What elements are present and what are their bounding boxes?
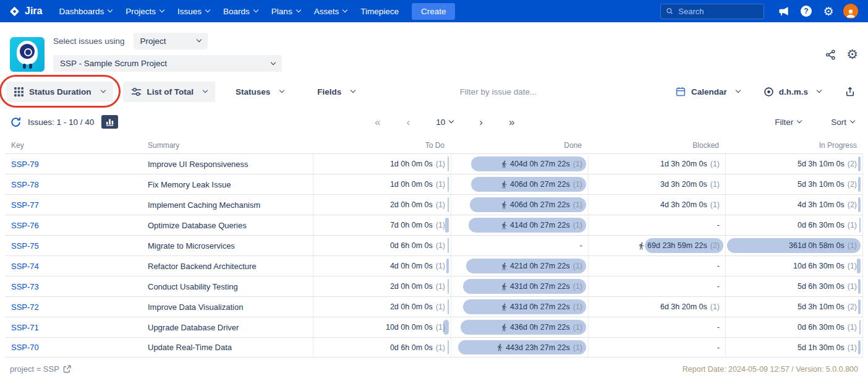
- issue-key-link[interactable]: SSP-76: [11, 221, 39, 230]
- in-progress-cell: 5d 3h 10m 0s(2): [725, 174, 863, 194]
- jira-home-link[interactable]: Jira: [9, 6, 42, 17]
- status-duration-table: KeySummaryTo DoDoneBlockedIn Progress SS…: [5, 137, 863, 358]
- filter-label: Filter: [775, 118, 793, 127]
- project-dropdown[interactable]: SSP - Sample Scrum Project: [53, 55, 282, 72]
- chevron-down-icon: [253, 7, 258, 12]
- nav-item-assets[interactable]: Assets: [307, 0, 354, 22]
- create-button[interactable]: Create: [412, 3, 456, 20]
- nav-item-boards[interactable]: Boards: [216, 0, 265, 22]
- in-progress-cell: 5d 3h 10m 0s(2): [725, 154, 863, 174]
- issue-key-link[interactable]: SSP-70: [11, 343, 39, 352]
- nav-item-plans[interactable]: Plans: [265, 0, 307, 22]
- duration-value: 2d 0h 0m 0s(1): [390, 200, 445, 209]
- issue-key-link[interactable]: SSP-72: [11, 302, 39, 312]
- nav-item-projects[interactable]: Projects: [119, 0, 171, 22]
- duration-bar: [448, 299, 449, 314]
- to-do-cell: 2d 0h 0m 0s(1): [313, 297, 451, 317]
- filter-dropdown[interactable]: Filter: [771, 117, 805, 127]
- issue-key-link[interactable]: SSP-77: [11, 200, 39, 210]
- to-do-cell: 1d 0h 0m 0s(1): [313, 174, 451, 194]
- share-button[interactable]: [825, 49, 836, 61]
- blocked-cell: -: [588, 256, 725, 276]
- search-icon: [666, 7, 673, 15]
- profile-button[interactable]: [840, 2, 862, 20]
- select-issues-label: Select issues using: [53, 36, 125, 46]
- chevron-down-icon: [817, 88, 822, 93]
- issue-count: (1): [436, 241, 445, 250]
- issue-count: (1): [436, 221, 445, 229]
- issue-key-link[interactable]: SSP-73: [11, 282, 39, 291]
- chevron-down-icon: [196, 37, 201, 42]
- select-mode-value: Project: [140, 36, 166, 46]
- report-toolbar: Status Duration List of Total Statuses F…: [0, 78, 868, 105]
- issue-count: (1): [848, 262, 857, 270]
- next-page-button[interactable]: ›: [475, 116, 487, 128]
- previous-page-button[interactable]: ‹: [403, 116, 414, 128]
- done-cell: 406d 0h 27m 22s(1): [451, 174, 588, 194]
- calendar-dropdown[interactable]: Calendar: [671, 85, 744, 98]
- duration-value: 443d 23h 27m 22s(1): [496, 343, 582, 352]
- jql-query[interactable]: project = SSP: [10, 364, 71, 374]
- export-button[interactable]: [841, 85, 859, 98]
- pager-bar: Issues: 1 - 10 / 40 « ‹ 10 › » Filter So…: [0, 111, 868, 132]
- runner-icon: [500, 181, 508, 189]
- summary-cell: Improve UI Responsiveness: [142, 154, 313, 174]
- issue-count: (1): [573, 160, 582, 168]
- issue-key-link[interactable]: SSP-74: [11, 262, 39, 271]
- duration-value: 3d 3h 20m 0s(1): [660, 180, 720, 189]
- done-cell: 421d 0h 27m 22s(1): [451, 256, 588, 276]
- list-type-dropdown[interactable]: List of Total: [123, 82, 216, 102]
- nav-item-issues[interactable]: Issues: [171, 0, 216, 22]
- to-do-cell: 7d 0h 0m 0s(1): [313, 215, 451, 235]
- duration-value: 4d 0h 0m 0s(1): [390, 262, 445, 270]
- issue-key-link[interactable]: SSP-78: [11, 180, 39, 189]
- report-footer: project = SSP Report Date: 2024-05-09 12…: [0, 358, 868, 374]
- report-type-dropdown[interactable]: Status Duration: [6, 82, 113, 102]
- issue-count: (1): [573, 221, 582, 229]
- nav-item-timepiece[interactable]: Timepiece: [354, 0, 406, 22]
- search-input[interactable]: [677, 6, 759, 17]
- first-page-button[interactable]: «: [371, 116, 384, 128]
- last-page-button[interactable]: »: [505, 116, 518, 128]
- issue-count: (2): [848, 180, 857, 189]
- blocked-cell: 4d 3h 20m 0s(1): [588, 195, 725, 215]
- search-box[interactable]: [660, 4, 764, 19]
- issue-count: (1): [436, 160, 445, 168]
- page-size-dropdown[interactable]: 10: [432, 117, 457, 127]
- nav-item-dashboards[interactable]: Dashboards: [52, 0, 119, 22]
- duration-value: 2d 0h 0m 0s(1): [390, 302, 445, 311]
- announcements-button[interactable]: [773, 2, 795, 20]
- select-mode-dropdown[interactable]: Project: [134, 33, 208, 49]
- to-do-cell: 1d 0h 0m 0s(1): [313, 154, 451, 174]
- time-format-dropdown[interactable]: d.h.m.s: [760, 86, 825, 98]
- help-button[interactable]: ?: [795, 2, 817, 20]
- chevron-down-icon: [797, 118, 802, 123]
- table-header: KeySummaryTo DoDoneBlockedIn Progress: [5, 137, 863, 153]
- duration-bar: [858, 157, 861, 171]
- jira-logo-icon: [9, 6, 20, 17]
- sort-dropdown[interactable]: Sort: [827, 117, 858, 127]
- to-do-cell: 10d 0h 0m 0s(1): [313, 317, 451, 337]
- chart-view-button[interactable]: [101, 115, 118, 129]
- issues-count-label: Issues: 1 - 10 / 40: [28, 118, 94, 127]
- megaphone-icon: [778, 5, 790, 17]
- report-settings-button[interactable]: ⚙: [846, 48, 858, 61]
- duration-bar: [446, 259, 449, 273]
- issue-date-filter-input[interactable]: [459, 87, 576, 97]
- settings-button[interactable]: ⚙: [817, 2, 840, 20]
- fields-dropdown[interactable]: Fields: [309, 82, 363, 102]
- issue-key-cell: SSP-75: [5, 236, 142, 255]
- issue-key-link[interactable]: SSP-79: [11, 160, 39, 169]
- issue-key-cell: SSP-76: [5, 215, 142, 235]
- statuses-dropdown[interactable]: Statuses: [228, 82, 292, 102]
- issue-key-link[interactable]: SSP-71: [11, 323, 39, 332]
- refresh-button[interactable]: [10, 116, 22, 128]
- duration-value: -: [580, 241, 582, 250]
- issue-key-link[interactable]: SSP-75: [11, 241, 39, 251]
- gear-icon: ⚙: [846, 48, 858, 61]
- summary-cell: Update Real-Time Data: [142, 338, 313, 357]
- chevron-down-icon: [203, 88, 208, 93]
- issue-count: (1): [436, 343, 445, 352]
- pagination-controls: « ‹ 10 › »: [118, 116, 771, 128]
- duration-value: 1d 3h 20m 0s(1): [660, 160, 720, 168]
